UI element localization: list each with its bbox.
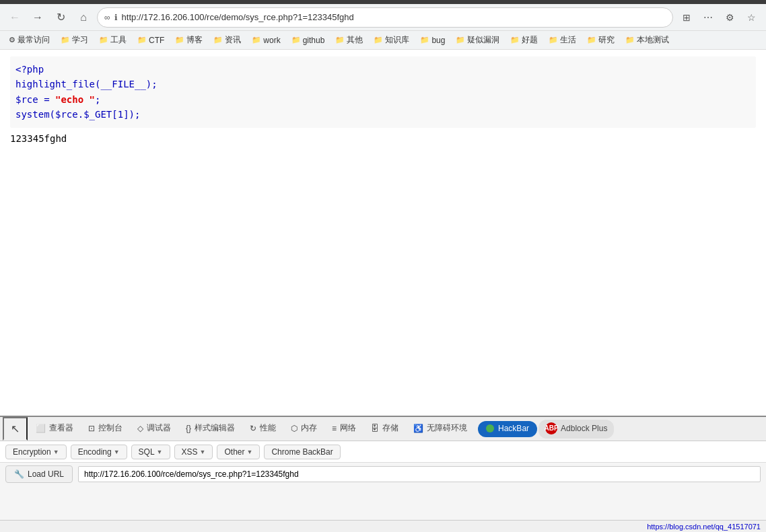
code-block: <?php highlight_file(__FILE__); $rce = "… <box>10 56 756 128</box>
code-line-4: system($rce.$_GET[1]); <box>15 107 751 122</box>
sql-label: SQL <box>139 447 155 457</box>
bookmark-label: 工具 <box>110 34 127 46</box>
tab-adblock-label: Adblock Plus <box>561 424 607 433</box>
bookmark-label: work <box>263 36 280 45</box>
tab-style-editor[interactable]: {} 样式编辑器 <box>179 418 242 439</box>
hackbar-url-row: 🔧 Load URL <box>0 463 766 486</box>
bookmark-haoti[interactable]: 📁 好题 <box>507 33 541 47</box>
tab-accessibility[interactable]: ♿ 无障碍环境 <box>407 418 474 439</box>
tab-style-label: 样式编辑器 <box>195 422 235 434</box>
secure-icon: ℹ <box>114 13 118 22</box>
refresh-button[interactable]: ↻ <box>51 8 70 27</box>
tab-performance[interactable]: ↻ 性能 <box>243 418 283 439</box>
tab-network[interactable]: ≡ 网络 <box>325 418 363 439</box>
bookmark-folder-icon: 📁 <box>456 36 465 44</box>
encoding-dropdown[interactable]: Encoding ▼ <box>71 445 127 459</box>
address-bar-container: ∞ ℹ <box>97 7 673 28</box>
code-semi: ; <box>95 94 100 105</box>
bookmarks-bar: ⚙ 最常访问 📁 学习 📁 工具 📁 CTF 📁 博客 📁 资讯 📁 work … <box>0 31 766 50</box>
home-button[interactable]: ⌂ <box>74 8 93 27</box>
network-icon: ≡ <box>332 424 337 433</box>
xss-dropdown[interactable]: XSS ▼ <box>174 445 213 459</box>
tab-adblock[interactable]: ABP Adblock Plus <box>538 420 614 439</box>
bookmark-label: bug <box>431 36 445 45</box>
extensions-button[interactable]: ⊞ <box>677 8 696 27</box>
bookmark-shenghuo[interactable]: 📁 生活 <box>545 33 580 47</box>
settings-button[interactable]: ⚙ <box>720 8 739 27</box>
address-input[interactable] <box>122 12 666 22</box>
xss-label: XSS <box>182 447 198 457</box>
bookmark-work[interactable]: 📁 work <box>248 34 283 46</box>
bookmark-label: CTF <box>149 36 164 45</box>
tab-perf-label: 性能 <box>260 422 276 434</box>
chrome-backbar-btn[interactable]: Chrome BackBar <box>264 445 340 459</box>
bookmark-folder-icon: 📁 <box>420 36 429 44</box>
hackbar-url-input[interactable] <box>78 466 761 482</box>
bookmark-button[interactable]: ☆ <box>742 8 761 27</box>
xss-arrow-icon: ▼ <box>200 449 206 455</box>
storage-icon: 🗄 <box>371 424 379 433</box>
bookmark-zhishiku[interactable]: 📁 知识库 <box>370 33 413 47</box>
back-button[interactable]: ← <box>5 8 24 27</box>
bookmark-qita[interactable]: 📁 其他 <box>332 33 366 47</box>
privacy-icon: ∞ <box>104 13 110 22</box>
devtools-panel: ↖ ⬜ 查看器 ⊡ 控制台 ◇ 调试器 {} 样式编辑器 ↻ 性能 ⬡ 内存 ≡… <box>0 416 766 520</box>
bookmark-label: 研究 <box>598 34 615 46</box>
bookmark-zuichang[interactable]: ⚙ 最常访问 <box>5 33 53 47</box>
load-url-button[interactable]: 🔧 Load URL <box>5 465 73 483</box>
tab-storage-label: 存储 <box>382 422 398 434</box>
bookmark-label: 生活 <box>560 34 576 46</box>
sql-dropdown[interactable]: SQL ▼ <box>131 445 170 459</box>
tab-console[interactable]: ⊡ 控制台 <box>81 418 129 439</box>
bookmark-boke[interactable]: 📁 博客 <box>172 33 206 47</box>
bookmark-folder-icon: 📁 <box>374 36 383 44</box>
hackbar-toolbar: Encryption ▼ Encoding ▼ SQL ▼ XSS ▼ Othe… <box>0 441 766 463</box>
bookmark-label: 博客 <box>186 34 203 46</box>
other-dropdown[interactable]: Other ▼ <box>217 445 260 459</box>
bookmark-zixun[interactable]: 📁 资讯 <box>210 33 244 47</box>
code-php-tag: <?php <box>15 64 44 75</box>
bookmark-icon-zuichang: ⚙ <box>9 36 15 44</box>
bookmark-xuexi[interactable]: 📁 学习 <box>57 33 92 47</box>
bookmark-ctf[interactable]: 📁 CTF <box>134 34 168 46</box>
bookmark-label: 最常访问 <box>18 34 50 46</box>
bookmark-yanjiu[interactable]: 📁 研究 <box>584 33 618 47</box>
tab-debugger[interactable]: ◇ 调试器 <box>131 418 178 439</box>
encryption-dropdown[interactable]: Encryption ▼ <box>5 445 67 459</box>
chrome-backbar-label: Chrome BackBar <box>271 447 333 457</box>
memory-icon: ⬡ <box>291 424 298 433</box>
bookmark-folder-icon: 📁 <box>587 36 596 44</box>
tab-hackbar[interactable]: HackBar <box>478 421 537 437</box>
menu-button[interactable]: ⋯ <box>699 8 718 27</box>
forward-button[interactable]: → <box>28 8 47 27</box>
browser-toolbar: ← → ↻ ⌂ ∞ ℹ ⊞ ⋯ ⚙ ☆ <box>0 4 766 31</box>
bookmark-label: 资讯 <box>225 34 241 46</box>
tab-memory[interactable]: ⬡ 内存 <box>284 418 324 439</box>
bookmark-bug[interactable]: 📁 bug <box>417 34 448 46</box>
bookmark-label: 本地测试 <box>637 34 669 46</box>
code-line-1: <?php <box>15 62 751 77</box>
devtools-tabs-bar: ↖ ⬜ 查看器 ⊡ 控制台 ◇ 调试器 {} 样式编辑器 ↻ 性能 ⬡ 内存 ≡… <box>0 417 766 441</box>
bookmark-github[interactable]: 📁 github <box>288 34 328 46</box>
tab-inspector[interactable]: ⬜ 查看器 <box>29 418 80 439</box>
tab-storage[interactable]: 🗄 存储 <box>364 418 405 439</box>
console-icon: ⊡ <box>88 424 95 433</box>
tab-accessibility-label: 无障碍环境 <box>427 422 467 434</box>
load-url-icon: 🔧 <box>14 469 24 479</box>
bookmark-label: 知识库 <box>385 34 409 46</box>
tab-network-label: 网络 <box>340 422 356 434</box>
bookmark-bendi[interactable]: 📁 本地测试 <box>622 33 672 47</box>
devtools-pointer-btn[interactable]: ↖ <box>3 417 28 441</box>
bookmark-gongju[interactable]: 📁 工具 <box>96 33 130 47</box>
encoding-label: Encoding <box>78 447 112 457</box>
bookmark-label: github <box>303 36 325 45</box>
code-line-3: $rce = "echo "; <box>15 92 751 107</box>
encoding-arrow-icon: ▼ <box>114 449 120 455</box>
bookmark-folder-icon: 📁 <box>291 36 301 44</box>
code-string: "echo " <box>55 94 95 105</box>
tab-console-label: 控制台 <box>98 422 123 434</box>
bookmark-yisi[interactable]: 📁 疑似漏洞 <box>452 33 503 47</box>
hackbar-content: Encryption ▼ Encoding ▼ SQL ▼ XSS ▼ Othe… <box>0 441 766 520</box>
bookmark-folder-icon: 📁 <box>99 36 108 44</box>
toolbar-icons: ⊞ ⋯ ⚙ ☆ <box>677 8 761 27</box>
